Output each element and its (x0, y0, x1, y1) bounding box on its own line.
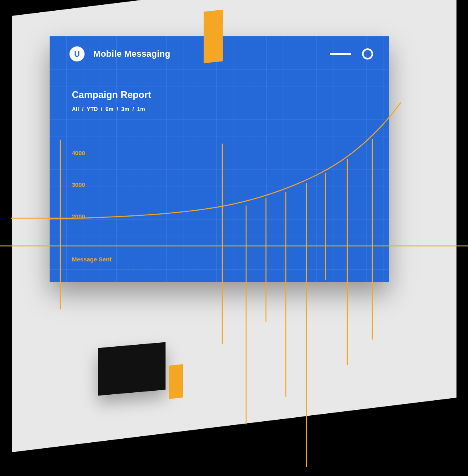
report-title: Campaign Report (72, 89, 389, 100)
logo-letter: U (74, 50, 80, 59)
filter-6m[interactable]: 6m (106, 106, 114, 112)
accent-block-small (169, 364, 183, 399)
filter-sep: / (129, 106, 137, 112)
series-label: Message Sent (72, 256, 112, 263)
y-axis-ticks: 4000 3000 2000 (72, 150, 85, 245)
filter-3m[interactable]: 3m (121, 106, 129, 112)
accent-block-dark (98, 342, 166, 396)
filter-all[interactable]: All (72, 106, 79, 112)
minimize-icon[interactable] (330, 53, 351, 55)
ytick-3000: 3000 (72, 181, 85, 213)
circle-icon[interactable] (362, 48, 373, 60)
filter-1m[interactable]: 1m (137, 106, 145, 112)
app-title: Mobile Messaging (93, 49, 170, 59)
ytick-4000: 4000 (72, 150, 85, 181)
accent-block-top (204, 10, 223, 63)
filter-ytd[interactable]: YTD (87, 106, 98, 112)
filter-sep: / (98, 106, 105, 112)
filter-sep: / (114, 106, 121, 112)
logo-icon: U (69, 46, 85, 61)
ytick-2000: 2000 (72, 213, 85, 245)
time-filter-row: All / YTD / 6m / 3m / 1m (72, 106, 389, 112)
filter-sep: / (79, 106, 87, 112)
report-block: Campaign Report All / YTD / 6m / 3m / 1m (50, 61, 389, 112)
report-panel: U Mobile Messaging Campaign Report All /… (50, 36, 389, 282)
